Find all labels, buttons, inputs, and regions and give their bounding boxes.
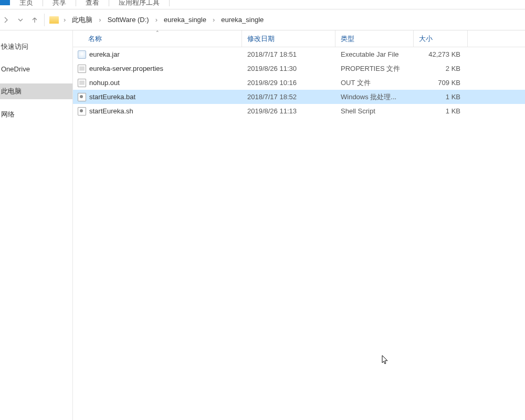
file-name: startEureka.sh [89, 107, 133, 115]
file-size: 1 KB [414, 93, 468, 101]
nav-up-button[interactable] [30, 15, 39, 25]
column-name[interactable]: ⌃ 名称 [73, 30, 242, 47]
ribbon-tab-home[interactable]: 主页 [10, 0, 43, 7]
file-size: 2 KB [414, 65, 468, 72]
crumb-drive[interactable]: SoftWare (D:) [106, 16, 151, 24]
chevron-right-icon[interactable]: › [99, 16, 101, 24]
file-size: 709 KB [414, 79, 468, 87]
ribbon-sep [169, 0, 170, 6]
file-date: 2019/8/26 11:30 [242, 65, 335, 72]
column-size[interactable]: 大小 [414, 30, 468, 47]
sidebar-item[interactable]: 此电脑 [0, 83, 72, 99]
chevron-right-icon[interactable]: › [213, 16, 215, 24]
file-type: PROPERTIES 文件 [335, 61, 414, 76]
sidebar-item[interactable]: OneDrive [0, 62, 72, 76]
sidebar-item[interactable]: 网络 [0, 107, 72, 122]
file-name: nohup.out [89, 79, 120, 87]
sidebar-item[interactable]: 快速访问 [0, 39, 72, 55]
file-icon [78, 79, 86, 87]
column-date[interactable]: 修改日期 [242, 30, 335, 47]
column-headers: ⌃ 名称 修改日期 类型 大小 [73, 30, 525, 47]
file-icon [78, 93, 86, 101]
cursor-icon [382, 355, 389, 365]
file-pane: ⌃ 名称 修改日期 类型 大小 eureka.jar2018/7/17 18:5… [73, 30, 525, 420]
ribbon-tab-view[interactable]: 查看 [76, 0, 109, 7]
crumb-folder1[interactable]: eureka_single [162, 16, 208, 24]
file-row[interactable]: eureka-server.properties2019/8/26 11:30P… [73, 61, 525, 76]
file-date: 2019/8/29 10:16 [242, 79, 335, 87]
file-row[interactable]: startEureka.sh2019/8/26 11:13Shell Scrip… [73, 104, 525, 118]
file-size: 1 KB [414, 107, 468, 115]
file-row[interactable]: eureka.jar2018/7/17 18:51Executable Jar … [73, 47, 525, 61]
crumb-thispc[interactable]: 此电脑 [70, 15, 94, 25]
column-type[interactable]: 类型 [335, 30, 414, 47]
file-icon [78, 65, 86, 73]
chevron-right-icon[interactable]: › [64, 16, 66, 24]
file-row[interactable]: nohup.out2019/8/29 10:16OUT 文件709 KB [73, 76, 525, 90]
sort-indicator-icon: ⌃ [155, 30, 160, 35]
file-type: Shell Script [335, 104, 414, 118]
file-size: 42,273 KB [414, 50, 468, 58]
file-date: 2018/7/17 18:52 [242, 93, 335, 101]
file-row[interactable]: startEureka.bat2018/7/17 18:52Windows 批处… [73, 90, 525, 104]
file-type: Executable Jar File [335, 47, 414, 61]
sidebar: 快速访问OneDrive此电脑网络 [0, 30, 73, 420]
file-type: Windows 批处理... [335, 90, 414, 104]
file-name: startEureka.bat [89, 93, 135, 101]
ribbon-accent [0, 0, 10, 5]
file-date: 2019/8/26 11:13 [242, 107, 335, 115]
chevron-right-icon[interactable]: › [155, 16, 158, 24]
recent-locations-button[interactable] [16, 15, 25, 25]
ribbon: 主页 共享 查看 应用程序工具 [0, 0, 525, 9]
addr-sep [44, 14, 45, 26]
ribbon-tab-apptools[interactable]: 应用程序工具 [109, 0, 169, 7]
address-bar: › 此电脑 › SoftWare (D:) › eureka_single › … [0, 9, 525, 30]
crumb-folder2[interactable]: eureka_single [219, 16, 265, 24]
column-name-label: 名称 [88, 34, 102, 44]
file-name: eureka.jar [89, 50, 120, 58]
file-icon [78, 50, 86, 59]
file-date: 2018/7/17 18:51 [242, 50, 335, 58]
file-icon [78, 107, 86, 116]
file-type: OUT 文件 [335, 76, 414, 90]
folder-icon [49, 16, 59, 24]
nav-forward-button[interactable] [2, 15, 11, 25]
ribbon-tab-share[interactable]: 共享 [43, 0, 76, 7]
file-name: eureka-server.properties [89, 65, 163, 72]
